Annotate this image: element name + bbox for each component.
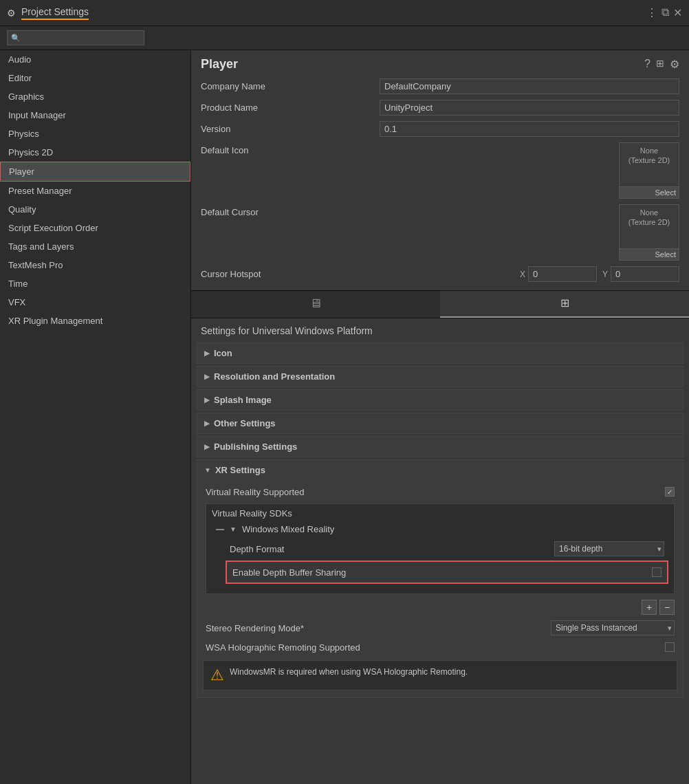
sidebar-item-physics[interactable]: Physics	[0, 124, 190, 143]
section-resolution: ▶ Resolution and Presentation	[197, 366, 683, 387]
platform-tab-desktop[interactable]: 🖥	[191, 291, 440, 318]
platform-tabs: 🖥 ⊞	[191, 290, 689, 318]
version-label: Version	[201, 124, 380, 134]
sidebar-item-tags-and-layers[interactable]: Tags and Layers	[0, 237, 190, 256]
wmr-header[interactable]: ▼ Windows Mixed Reality	[212, 521, 668, 537]
section-icon-header[interactable]: ▶ Icon	[197, 343, 683, 363]
content-area: Player ? ⊞ ⚙ Company Name Product Name V…	[191, 50, 689, 784]
section-resolution-label: Resolution and Presentation	[214, 371, 335, 382]
content-header: Player ? ⊞ ⚙	[191, 50, 689, 76]
version-input[interactable]	[380, 121, 679, 137]
wmr-body: Depth Format 16-bit depth 24-bit depth D…	[212, 537, 668, 587]
sidebar-item-script-execution-order[interactable]: Script Execution Order	[0, 219, 190, 237]
section-splash-label: Splash Image	[214, 395, 272, 405]
hotspot-x-input[interactable]	[528, 266, 597, 282]
warning-box: ⚠ WindowsMR is required when using WSA H…	[203, 660, 677, 690]
layout-icon[interactable]: ⊞	[656, 58, 664, 71]
wmr-section: ▼ Windows Mixed Reality Depth Format 16-…	[212, 521, 668, 587]
main-layout: Audio Editor Graphics Input Manager Phys…	[0, 50, 689, 784]
section-splash: ▶ Splash Image	[197, 389, 683, 411]
search-wrap: 🔍	[7, 30, 144, 45]
more-options-icon[interactable]: ⋮	[646, 6, 657, 19]
sidebar-item-quality[interactable]: Quality	[0, 200, 190, 219]
add-sdk-button[interactable]: +	[642, 600, 657, 615]
gear-icon: ⚙	[7, 8, 16, 19]
section-splash-header[interactable]: ▶ Splash Image	[197, 390, 683, 410]
maximize-icon[interactable]: ⧉	[661, 6, 669, 19]
section-resolution-header[interactable]: ▶ Resolution and Presentation	[197, 367, 683, 386]
sidebar-item-input-manager[interactable]: Input Manager	[0, 106, 190, 124]
section-resolution-arrow: ▶	[204, 373, 210, 380]
sidebar-item-editor[interactable]: Editor	[0, 69, 190, 87]
company-name-input[interactable]	[380, 78, 679, 94]
vr-supported-label: Virtual Reality Supported	[206, 487, 665, 497]
depth-format-select-wrap: 16-bit depth 24-bit depth Depth 16 Bit	[554, 541, 664, 556]
xr-body: Virtual Reality Supported Virtual Realit…	[197, 480, 683, 697]
vr-supported-value	[665, 487, 675, 497]
search-icon: 🔍	[11, 34, 21, 43]
default-icon-select-btn[interactable]: Select	[620, 186, 679, 198]
section-icon-label: Icon	[214, 348, 232, 358]
section-other-header[interactable]: ▶ Other Settings	[197, 413, 683, 433]
window-title: Project Settings	[21, 6, 89, 20]
section-xr-arrow: ▼	[204, 466, 211, 474]
depth-format-select[interactable]: 16-bit depth 24-bit depth Depth 16 Bit	[554, 541, 664, 556]
enable-depth-buffer-row: Enable Depth Buffer Sharing	[226, 560, 668, 584]
product-name-input[interactable]	[380, 100, 679, 116]
default-cursor-select-btn[interactable]: Select	[620, 248, 679, 260]
sidebar-item-audio[interactable]: Audio	[0, 50, 190, 69]
default-cursor-label: Default Cursor	[201, 204, 380, 217]
remove-sdk-button[interactable]: −	[659, 600, 675, 615]
close-icon[interactable]: ✕	[673, 6, 682, 19]
search-bar: 🔍	[0, 26, 689, 50]
section-xr-header[interactable]: ▼ XR Settings	[197, 460, 683, 480]
sidebar-item-physics-2d[interactable]: Physics 2D	[0, 143, 190, 162]
header-icons: ? ⊞ ⚙	[644, 58, 679, 71]
section-publishing-label: Publishing Settings	[214, 442, 297, 452]
cursor-hotspot-xy: X Y	[380, 266, 679, 282]
cursor-hotspot-label: Cursor Hotspot	[201, 269, 380, 279]
depth-format-row: Depth Format 16-bit depth 24-bit depth D…	[226, 538, 668, 559]
enable-depth-buffer-checkbox[interactable]	[652, 567, 661, 577]
sidebar-item-time[interactable]: Time	[0, 274, 190, 293]
stereo-rendering-select-wrap: Single Pass Instanced Multi Pass Single …	[551, 620, 675, 635]
warning-icon: ⚠	[210, 666, 224, 684]
hotspot-y-coord: Y	[602, 266, 679, 282]
search-input[interactable]	[7, 30, 144, 45]
stereo-rendering-select[interactable]: Single Pass Instanced Multi Pass Single …	[551, 620, 675, 635]
default-icon-box-area: None(Texture 2D) Select	[380, 142, 679, 199]
sidebar-item-xr-plugin-management[interactable]: XR Plugin Management	[0, 312, 190, 330]
enable-depth-buffer-label: Enable Depth Buffer Sharing	[232, 567, 652, 578]
wmr-arrow: ▼	[230, 525, 237, 533]
hotspot-x-coord: X	[520, 266, 597, 282]
company-name-label: Company Name	[201, 81, 380, 91]
wsa-holographic-checkbox[interactable]	[665, 642, 675, 652]
sidebar-item-player[interactable]: Player	[0, 162, 190, 182]
sidebar-item-vfx[interactable]: VFX	[0, 293, 190, 312]
section-publishing: ▶ Publishing Settings	[197, 436, 683, 457]
vr-sdks-box: Virtual Reality SDKs ▼ Windows Mixed Rea…	[206, 503, 675, 594]
settings-header: Settings for Universal Windows Platform	[191, 318, 689, 340]
platform-tab-windows[interactable]: ⊞	[440, 291, 689, 318]
vr-supported-checkbox[interactable]	[665, 487, 675, 497]
stereo-rendering-row: Stereo Rendering Mode* Single Pass Insta…	[197, 618, 683, 638]
sidebar-item-preset-manager[interactable]: Preset Manager	[0, 182, 190, 200]
default-icon-row: Default Icon None(Texture 2D) Select	[191, 140, 689, 202]
product-name-row: Product Name	[191, 97, 689, 118]
section-splash-arrow: ▶	[204, 396, 210, 404]
hotspot-y-input[interactable]	[611, 266, 679, 282]
warning-text: WindowsMR is required when using WSA Hol…	[230, 666, 468, 678]
hotspot-x-label: X	[520, 270, 525, 279]
default-icon-box-label: None(Texture 2D)	[628, 146, 670, 166]
section-other: ▶ Other Settings	[197, 413, 683, 434]
help-icon[interactable]: ?	[644, 58, 650, 71]
sidebar-item-textmesh-pro[interactable]: TextMesh Pro	[0, 256, 190, 274]
settings-icon[interactable]: ⚙	[670, 58, 679, 71]
default-icon-box: None(Texture 2D) Select	[619, 142, 679, 199]
company-name-row: Company Name	[191, 76, 689, 97]
enable-depth-buffer-value	[652, 567, 661, 577]
version-value	[380, 121, 679, 137]
wsa-holographic-row: WSA Holographic Remoting Supported	[197, 638, 683, 656]
section-publishing-header[interactable]: ▶ Publishing Settings	[197, 437, 683, 457]
sidebar-item-graphics[interactable]: Graphics	[0, 87, 190, 106]
